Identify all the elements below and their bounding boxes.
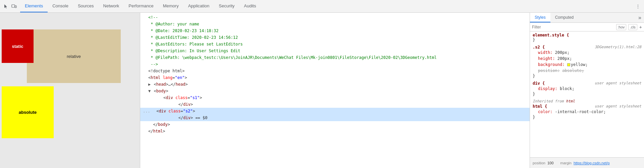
relative-label: relative xyxy=(67,54,81,59)
s2-rule: .s2 { 3DGeometry(1).html:28 width: 200px… xyxy=(533,45,641,78)
html-line: * @Author: your name xyxy=(140,21,530,27)
svg-rect-0 xyxy=(12,5,15,7)
html-line: * @LastEditors: Please set LastEditors xyxy=(140,41,530,48)
html-source: user agent stylesheet xyxy=(595,104,641,108)
margin-label: margin xyxy=(560,161,572,165)
element-style-rule: element.style { } xyxy=(533,33,641,42)
html-line: * @Description: In User Settings Edit xyxy=(140,48,530,54)
html-line: <html lang="en"> xyxy=(140,74,530,81)
rule-close: } xyxy=(533,37,535,42)
html-color: color: -internal-root-color; xyxy=(533,109,641,115)
s2-position: position: absolute; xyxy=(533,68,641,74)
styles-content[interactable]: element.style { } .s2 { 3DGeometry(1).ht… xyxy=(530,31,644,157)
html-line[interactable]: </html> xyxy=(140,128,530,135)
html-line[interactable]: ▶ <head>…</head> xyxy=(140,81,530,88)
tab-application[interactable]: Application xyxy=(183,0,214,12)
s2-source[interactable]: 3DGeometry(1).html:28 xyxy=(595,45,641,49)
html-line: * @LastEditTime: 2020-02-23 14:56:12 xyxy=(140,34,530,41)
html-close: } xyxy=(533,115,535,119)
tab-audits[interactable]: Audits xyxy=(239,0,261,12)
tab-console[interactable]: Console xyxy=(48,0,73,12)
box-absolute: absolute xyxy=(2,86,54,138)
more-options-icon[interactable]: ⋮ xyxy=(635,3,641,10)
styles-filter-row: :hov .cls + xyxy=(530,23,644,31)
html-line[interactable]: </body> xyxy=(140,121,530,128)
tab-security[interactable]: Security xyxy=(214,0,239,12)
tab-performance[interactable]: Performance xyxy=(124,0,158,12)
toolbar-right: ⋮ xyxy=(635,3,644,10)
styles-filter-input[interactable] xyxy=(532,25,614,29)
html-line-selected[interactable]: ... <div class="s2"> xyxy=(140,108,530,114)
html-line: * @Date: 2020-02-23 14:18:32 xyxy=(140,27,530,34)
s2-background: background: yellow; xyxy=(533,62,641,68)
html-line-s2-close[interactable]: </div> == $0 xyxy=(140,114,530,121)
main-area: relative static absolute <!-- * @Author:… xyxy=(0,13,644,168)
html-selector: html { xyxy=(533,104,547,109)
filter-cls-button[interactable]: .cls xyxy=(628,24,637,30)
tab-styles[interactable]: Styles xyxy=(530,13,550,22)
html-line[interactable]: ▼ <body> xyxy=(140,88,530,94)
html-line: * @FilePath: \webpack_testc:\Users\JoinA… xyxy=(140,54,530,61)
tab-list: Elements Console Sources Network Perform… xyxy=(20,0,261,12)
tab-memory[interactable]: Memory xyxy=(158,0,183,12)
div-selector: div { xyxy=(533,81,545,86)
div-ua-rule: div { user agent stylesheet display: blo… xyxy=(533,81,641,96)
preview-inner: relative static absolute xyxy=(0,13,140,168)
position-label: position xyxy=(533,161,545,165)
div-display: display: block; xyxy=(533,86,641,92)
html-line: <!doctype html> xyxy=(140,68,530,74)
static-label: static xyxy=(12,44,23,49)
s2-selector: .s2 { xyxy=(533,45,545,50)
devtools-toolbar: Elements Console Sources Network Perform… xyxy=(0,0,644,13)
styles-more-icon[interactable]: » xyxy=(636,15,644,21)
computed-row: position 100 margin https://blog.csdn.ne… xyxy=(530,157,644,168)
margin-link[interactable]: https://blog.csdn.net/p xyxy=(574,161,610,165)
div-source: user agent stylesheet xyxy=(595,81,641,85)
tab-network[interactable]: Network xyxy=(99,0,124,12)
absolute-label: absolute xyxy=(19,110,37,115)
toolbar-icons xyxy=(0,3,20,10)
html-line: --> xyxy=(140,61,530,68)
box-relative: relative xyxy=(27,29,121,83)
box-static: static xyxy=(2,29,34,63)
position-value: 100 xyxy=(547,161,553,165)
html-line[interactable]: <div class="s1"> xyxy=(140,94,530,101)
html-line: <!-- xyxy=(140,14,530,21)
tab-sources[interactable]: Sources xyxy=(73,0,99,12)
device-icon[interactable] xyxy=(11,3,17,10)
filter-hov-button[interactable]: :hov xyxy=(616,24,627,30)
cursor-icon[interactable] xyxy=(3,3,9,10)
s2-width: width: 200px; xyxy=(533,50,641,56)
div-close: } xyxy=(533,92,535,96)
tab-elements[interactable]: Elements xyxy=(20,0,48,12)
computed-margin-item: margin https://blog.csdn.net/p xyxy=(560,161,609,165)
s2-height: height: 200px; xyxy=(533,56,641,62)
s2-close: } xyxy=(533,74,535,78)
svg-rect-1 xyxy=(15,6,16,8)
html-panel[interactable]: <!-- * @Author: your name * @Date: 2020-… xyxy=(140,13,530,168)
rule-selector: element.style { xyxy=(533,33,569,37)
filter-add-button[interactable]: + xyxy=(639,24,642,30)
html-ua-rule: html { user agent stylesheet color: -int… xyxy=(533,104,641,119)
html-line[interactable]: </div> xyxy=(140,101,530,108)
inherited-html-tag: html xyxy=(566,99,575,103)
tab-computed[interactable]: Computed xyxy=(550,13,578,22)
computed-position-item: position 100 xyxy=(533,161,553,165)
inherited-from: Inherited from html xyxy=(533,99,641,103)
preview-pane: relative static absolute xyxy=(0,13,140,168)
styles-tabs: Styles Computed » xyxy=(530,13,644,23)
styles-panel: Styles Computed » :hov .cls + element.st… xyxy=(530,13,644,168)
